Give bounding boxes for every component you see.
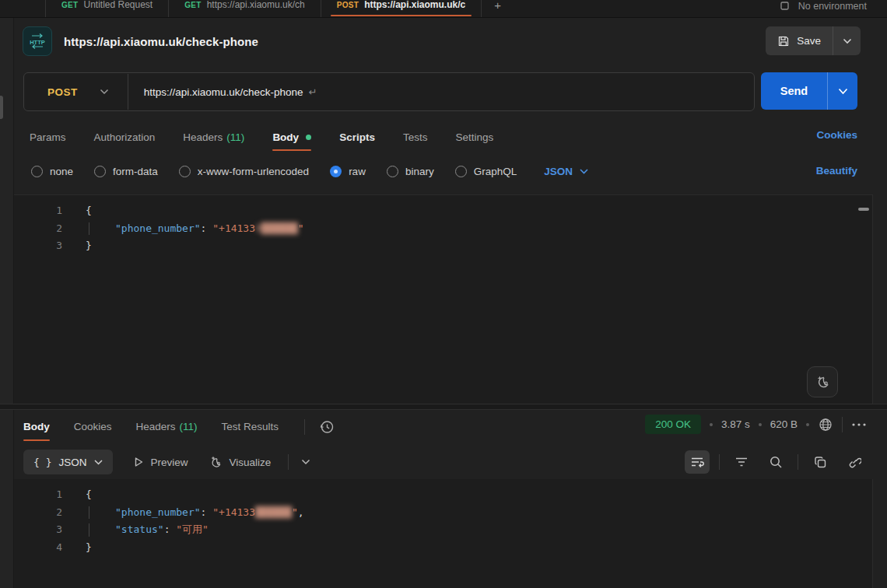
enter-hint-icon: ↵ — [309, 86, 317, 98]
radio-icon — [94, 166, 106, 177]
body-mode-x-www-form-urlencoded[interactable]: x-www-form-urlencoded — [179, 166, 309, 177]
radio-icon — [330, 166, 342, 177]
response-meta: 200 OK 3.87 s 620 B — [645, 415, 867, 434]
url-input[interactable]: https://api.xiaomu.uk/check-phone ↵ — [144, 73, 754, 110]
search-button[interactable] — [763, 450, 788, 474]
tab-label: Cookies — [74, 421, 112, 432]
tab-label: Body — [23, 421, 50, 432]
tab-method-label: GET — [61, 1, 78, 9]
request-tab[interactable]: GETUntitled Request — [45, 0, 169, 17]
code-token-brace: } — [86, 541, 92, 553]
tab-authorization[interactable]: Authorization — [94, 123, 156, 151]
radio-icon — [387, 166, 398, 177]
tab-count-badge: (11) — [180, 421, 198, 432]
divider — [304, 419, 305, 435]
tab-label: Params — [30, 131, 66, 143]
tab-scripts[interactable]: Scripts — [339, 123, 375, 151]
tab-headers[interactable]: Headers(11) — [183, 123, 244, 151]
scrollbar-thumb[interactable] — [858, 208, 869, 211]
tab-method-label: POST — [337, 1, 359, 9]
request-tab[interactable]: POSThttps://api.xiaomu.uk/c — [321, 0, 482, 17]
request-title: https://api.xiaomu.uk/check-phone — [64, 35, 258, 48]
request-body-code[interactable]: {"phone_number": "+141330██████"} — [86, 202, 849, 255]
api-client-window: GETUntitled RequestGEThttps://api.xiaomu… — [0, 0, 887, 588]
response-tab-cookies[interactable]: Cookies — [74, 412, 112, 441]
send-button-group: Send — [761, 72, 857, 110]
tab-label: Body — [272, 131, 299, 143]
code-token-redacted: ██████ — [255, 506, 292, 518]
visualize-button[interactable]: Visualize — [209, 455, 272, 469]
code-token-string: " — [298, 222, 304, 234]
status-badge[interactable]: 200 OK — [645, 415, 701, 434]
svg-text:HTTP: HTTP — [30, 39, 45, 46]
history-button[interactable] — [319, 419, 335, 435]
code-line: "phone_number": "+14133██████", — [86, 504, 849, 522]
response-body-viewer[interactable]: 1234 {"phone_number": "+14133██████","st… — [14, 479, 873, 588]
network-info-button[interactable] — [818, 417, 833, 432]
line-number: 1 — [14, 202, 62, 220]
line-number: 3 — [14, 521, 62, 539]
method-selector[interactable]: POST — [24, 73, 128, 110]
filter-button[interactable] — [729, 450, 754, 474]
body-mode-GraphQL[interactable]: GraphQL — [455, 166, 517, 177]
code-token-brace: } — [86, 240, 92, 251]
tab-label: Headers — [183, 131, 223, 143]
body-format-select[interactable]: JSON — [544, 166, 588, 177]
dot-separator — [806, 423, 809, 426]
tab-label: Settings — [455, 131, 493, 143]
code-line: } — [86, 539, 849, 557]
chevron-down-icon — [94, 460, 103, 465]
preview-label: Preview — [151, 457, 188, 468]
dot-separator — [710, 423, 713, 426]
response-tab-body[interactable]: Body — [23, 412, 50, 441]
body-mode-label: x-www-form-urlencoded — [198, 166, 309, 177]
code-line: { — [86, 202, 849, 220]
preview-button[interactable]: Preview — [133, 457, 188, 468]
response-tab-test-results[interactable]: Test Results — [222, 412, 279, 441]
tab-count-badge: (11) — [226, 131, 244, 143]
save-response-link-button[interactable] — [842, 450, 867, 474]
wrap-lines-button[interactable] — [685, 450, 710, 474]
visualize-label: Visualize — [230, 457, 272, 468]
body-content-dot — [306, 135, 311, 140]
tab-title-label: Untitled Request — [83, 0, 153, 10]
tab-params[interactable]: Params — [30, 123, 66, 151]
view-options-button[interactable] — [301, 459, 310, 465]
response-format-select[interactable]: { } JSON — [23, 450, 113, 474]
new-tab-button[interactable]: + — [482, 0, 514, 17]
response-size[interactable]: 620 B — [770, 418, 798, 430]
tab-tests[interactable]: Tests — [403, 123, 428, 151]
tab-title-label: https://api.xiaomu.uk/ch — [207, 0, 305, 10]
request-body-editor[interactable]: 123 {"phone_number": "+141330██████"} — [14, 194, 873, 404]
save-button[interactable]: Save — [766, 26, 833, 55]
divider — [842, 417, 843, 432]
response-tab-headers[interactable]: Headers(11) — [136, 412, 198, 441]
radio-icon — [455, 166, 467, 177]
environment-selector[interactable]: No environment — [780, 0, 867, 17]
body-mode-form-data[interactable]: form-data — [94, 166, 158, 177]
response-time[interactable]: 3.87 s — [721, 418, 750, 430]
copy-button[interactable] — [808, 450, 833, 474]
postbot-button[interactable] — [807, 366, 838, 397]
tab-body[interactable]: Body — [272, 123, 311, 151]
save-options-button[interactable] — [833, 26, 861, 55]
response-body-code[interactable]: {"phone_number": "+14133██████","status"… — [86, 486, 849, 556]
tab-label: Authorization — [94, 131, 156, 143]
body-mode-binary[interactable]: binary — [387, 166, 434, 177]
send-button[interactable]: Send — [761, 72, 828, 110]
play-icon — [133, 457, 144, 467]
body-mode-none[interactable]: none — [31, 166, 73, 177]
sidebar-collapsed-marker[interactable] — [0, 96, 3, 119]
beautify-link[interactable]: Beautify — [816, 165, 857, 177]
line-number: 1 — [14, 486, 62, 504]
request-tab[interactable]: GEThttps://api.xiaomu.uk/ch — [169, 0, 321, 17]
code-token-string: " — [292, 506, 298, 518]
cookies-link[interactable]: Cookies — [816, 129, 857, 141]
body-mode-label: form-data — [113, 166, 158, 177]
pane-resize-handle[interactable] — [0, 404, 887, 410]
send-options-button[interactable] — [828, 72, 857, 110]
http-request-badge: HTTP — [23, 26, 52, 56]
more-actions-button[interactable] — [851, 422, 867, 427]
body-mode-raw[interactable]: raw — [330, 166, 366, 177]
tab-settings[interactable]: Settings — [455, 123, 493, 151]
